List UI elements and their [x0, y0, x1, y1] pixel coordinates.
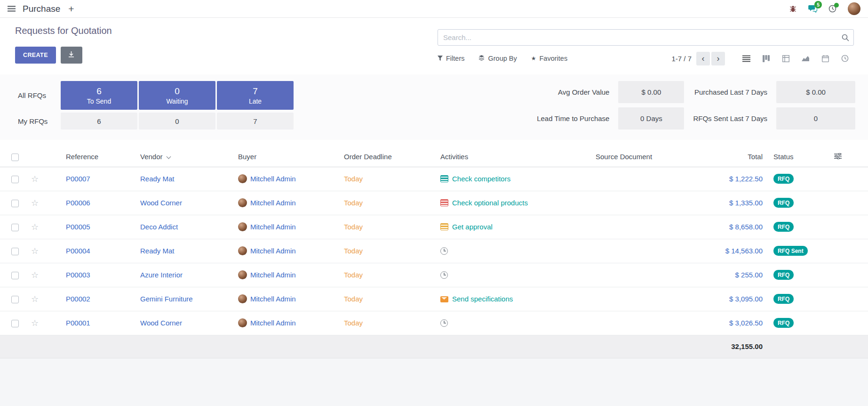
column-options-header	[830, 147, 868, 167]
status-badge: RFQ	[773, 270, 794, 280]
activity-icon[interactable]	[440, 296, 448, 302]
table-row[interactable]: ☆ P00001 Wood Corner Mitchell Admin Toda…	[0, 311, 868, 335]
view-switch-list[interactable]	[737, 51, 755, 66]
buyer-name: Mitchell Admin	[250, 319, 296, 327]
column-options-icon[interactable]	[834, 153, 842, 161]
group-by-button[interactable]: Group By	[478, 55, 517, 62]
order-deadline: Today	[344, 175, 363, 183]
table-row[interactable]: ☆ P00003 Azure Interior Mitchell Admin T…	[0, 263, 868, 287]
view-switch-pivot[interactable]	[777, 51, 795, 66]
buyer-name: Mitchell Admin	[250, 223, 296, 231]
pager-range[interactable]: 1-7 / 7	[671, 55, 692, 63]
table-row[interactable]: ☆ P00002 Gemini Furniture Mitchell Admin…	[0, 287, 868, 311]
activities-icon[interactable]	[828, 5, 836, 13]
status-badge: RFQ Sent	[773, 246, 808, 256]
user-avatar[interactable]	[848, 2, 860, 15]
activity-label[interactable]: Send specifications	[452, 295, 513, 303]
view-switch-graph[interactable]	[796, 51, 814, 66]
pivot-view-icon	[782, 55, 789, 62]
messages-badge: 5	[814, 1, 822, 8]
column-header-source-document[interactable]: Source Document	[582, 147, 687, 167]
status-badge: RFQ	[773, 198, 794, 208]
export-button[interactable]	[61, 47, 82, 64]
favorite-star-icon[interactable]: ☆	[31, 198, 39, 208]
favorite-star-icon[interactable]: ☆	[31, 174, 39, 184]
favorite-star-icon[interactable]: ☆	[31, 318, 39, 328]
table-row[interactable]: ☆ P00006 Wood Corner Mitchell Admin Toda…	[0, 191, 868, 215]
activity-label[interactable]: Get approval	[452, 223, 493, 231]
buyer-avatar	[238, 222, 247, 231]
column-header-reference[interactable]: Reference	[53, 147, 127, 167]
column-header-vendor[interactable]: Vendor	[127, 147, 225, 167]
activity-icon[interactable]	[440, 319, 448, 327]
activity-label[interactable]: Check competitors	[452, 175, 510, 183]
stat-late[interactable]: 7 Late	[217, 81, 294, 110]
messages-icon[interactable]: 5	[808, 5, 817, 13]
navbar-systray: 5	[789, 2, 860, 15]
content-background	[0, 358, 868, 406]
row-checkbox[interactable]	[11, 176, 19, 183]
table-row[interactable]: ☆ P00005 Deco Addict Mitchell Admin Toda…	[0, 215, 868, 239]
activity-icon[interactable]	[440, 247, 448, 255]
select-all-checkbox[interactable]	[11, 154, 19, 161]
my-rfqs-label[interactable]: My RFQs	[18, 113, 59, 130]
plus-icon[interactable]: +	[68, 4, 74, 14]
row-checkbox[interactable]	[11, 224, 19, 231]
apps-menu-icon[interactable]	[8, 6, 16, 12]
activity-icon[interactable]	[440, 223, 448, 230]
pager-previous-button[interactable]: ‹	[696, 52, 710, 65]
total-amount: $ 3,095.00	[729, 295, 763, 303]
row-checkbox[interactable]	[11, 272, 19, 279]
view-switch-activity[interactable]	[836, 51, 854, 66]
order-deadline: Today	[344, 271, 363, 279]
app-name[interactable]: Purchase	[23, 4, 60, 14]
row-checkbox[interactable]	[11, 320, 19, 327]
view-switch-calendar[interactable]	[816, 51, 834, 66]
favorites-button[interactable]: ★ Favorites	[531, 55, 567, 62]
all-rfqs-label[interactable]: All RFQs	[18, 81, 59, 110]
filters-button[interactable]: Filters	[438, 55, 464, 62]
total-amount: $ 8,658.00	[729, 223, 763, 231]
source-document	[582, 311, 687, 335]
control-panel-right: Filters Group By ★ Favorites 1-7 / 7 ‹ ›	[438, 25, 854, 67]
row-checkbox[interactable]	[11, 248, 19, 255]
pager-next-button[interactable]: ›	[711, 52, 725, 65]
control-panel-left: Requests for Quotation CREATE	[15, 25, 112, 67]
activity-icon[interactable]	[440, 175, 448, 182]
create-button[interactable]: CREATE	[15, 47, 56, 64]
favorite-star-icon[interactable]: ☆	[31, 270, 39, 280]
column-header-activities[interactable]: Activities	[427, 147, 582, 167]
rfq-reference: P00004	[66, 247, 90, 255]
column-header-status[interactable]: Status	[770, 147, 830, 167]
total-amount: $ 3,026.50	[729, 319, 763, 327]
favorite-star-icon[interactable]: ☆	[31, 222, 39, 232]
list-view-icon	[742, 55, 750, 62]
activity-icon[interactable]	[440, 199, 448, 206]
row-checkbox[interactable]	[11, 296, 19, 303]
view-switch-kanban[interactable]	[757, 51, 775, 66]
search-input[interactable]	[438, 29, 854, 46]
column-header-buyer[interactable]: Buyer	[225, 147, 331, 167]
stat-to-send[interactable]: 6 To Send	[61, 81, 137, 110]
column-header-total[interactable]: Total	[687, 147, 770, 167]
favorite-star-icon[interactable]: ☆	[31, 294, 39, 304]
stat-waiting[interactable]: 0 Waiting	[139, 81, 215, 110]
row-checkbox[interactable]	[11, 200, 19, 207]
search-icon[interactable]	[837, 29, 853, 46]
my-to-send-count[interactable]: 6	[61, 113, 137, 130]
buyer-name: Mitchell Admin	[250, 199, 296, 207]
my-late-count[interactable]: 7	[217, 113, 294, 130]
order-deadline: Today	[344, 199, 363, 207]
table-row[interactable]: ☆ P00004 Ready Mat Mitchell Admin Today …	[0, 239, 868, 263]
table-row[interactable]: ☆ P00007 Ready Mat Mitchell Admin Today …	[0, 167, 868, 191]
bug-icon[interactable]	[789, 5, 797, 13]
source-document	[582, 167, 687, 191]
buyer-avatar	[238, 198, 247, 207]
activity-label[interactable]: Check optional products	[452, 199, 528, 207]
activity-view-icon	[841, 55, 849, 62]
my-waiting-count[interactable]: 0	[139, 113, 215, 130]
column-header-order-deadline[interactable]: Order Deadline	[331, 147, 427, 167]
favorite-star-icon[interactable]: ☆	[31, 246, 39, 256]
activity-icon[interactable]	[440, 271, 448, 279]
buyer-avatar	[238, 318, 247, 327]
